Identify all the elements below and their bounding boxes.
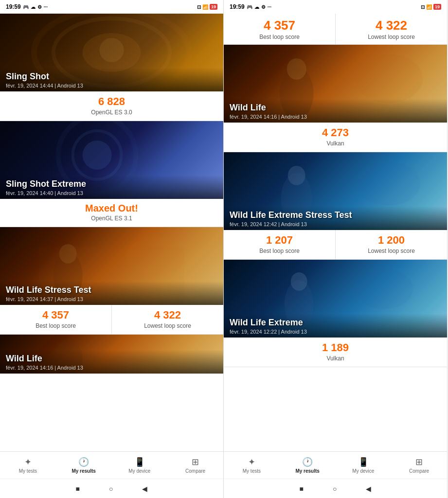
- sys-nav-right: ■ ○ ◀: [224, 479, 447, 498]
- sling-shot-ext-score-cell: Maxed Out! OpenGL ES 3.1: [0, 199, 223, 227]
- sling-shot-ext-meta: févr. 19, 2024 14:40 | Android 13: [6, 190, 217, 196]
- wild-life-ext-stress-score2-cell: 1 200 Lowest loop score: [336, 230, 447, 259]
- wild-life-ext-stress-score-row: 1 207 Best loop score 1 200 Lowest loop …: [224, 230, 447, 259]
- nav-compare-left[interactable]: ⊞ Compare: [167, 455, 223, 476]
- sys-nav-left: ■ ○ ◀: [0, 479, 223, 498]
- status-bar-left: 19:59 🎮 ☁ ⚙ ··· ⊡ 📶 19: [0, 0, 223, 14]
- my-results-label-right: My results: [295, 468, 319, 474]
- wild-life-ext-stress-score2: 1 200: [338, 234, 445, 247]
- sling-shot-overlay: Sling Shot févr. 19, 2024 14:44 | Androi…: [0, 68, 223, 91]
- wild-life-stress-meta: févr. 19, 2024 14:37 | Android 13: [6, 296, 217, 302]
- compare-icon-left: ⊞: [192, 457, 199, 467]
- my-results-icon-right: 🕐: [302, 457, 313, 467]
- partial-overlay: Wild Life févr. 19, 2024 14:16 | Android…: [0, 350, 223, 374]
- top-score2: 4 322: [338, 18, 445, 33]
- wild-life-r-meta: févr. 19, 2024 14:16 | Android 13: [230, 114, 441, 120]
- wild-life-stress-overlay: Wild Life Stress Test févr. 19, 2024 14:…: [0, 281, 223, 305]
- nav-my-results-right[interactable]: 🕐 My results: [280, 455, 336, 476]
- stop-btn-right[interactable]: ■: [300, 485, 304, 493]
- top-score1: 4 357: [226, 18, 333, 33]
- wild-life-ext-stress-overlay: Wild Life Extreme Stress Test févr. 19, …: [224, 206, 447, 230]
- sling-shot-card: Sling Shot févr. 19, 2024 14:44 | Androi…: [0, 14, 223, 121]
- wild-life-stress-banner[interactable]: Wild Life Stress Test févr. 19, 2024 14:…: [0, 227, 223, 305]
- game-icon: 🎮: [23, 4, 29, 10]
- bottom-nav-left: ✦ My tests 🕐 My results 📱 My device ⊞ Co…: [0, 451, 223, 479]
- nav-my-tests-right[interactable]: ✦ My tests: [224, 455, 280, 476]
- top-score-cell1: 4 357 Best loop score: [224, 14, 336, 44]
- wild-life-r-banner[interactable]: Wild Life févr. 19, 2024 14:16 | Android…: [224, 45, 447, 123]
- cloud-icon: ☁: [31, 4, 36, 10]
- more-icon-left: ···: [44, 4, 48, 10]
- status-left: 19:59 🎮 ☁ ⚙ ···: [6, 3, 48, 10]
- sling-shot-ext-banner[interactable]: Sling Shot Extreme févr. 19, 2024 14:40 …: [0, 121, 223, 199]
- wild-life-stress-score-row: 4 357 Best loop score 4 322 Lowest loop …: [0, 305, 223, 334]
- wifi-icon-right: 📶: [426, 4, 432, 10]
- right-phone-panel: 19:59 🎮 ☁ ⚙ ··· ⊡ 📶 19 4 357 Best loop s…: [224, 0, 448, 498]
- wild-life-r-score-row: 4 273 Vulkan: [224, 123, 447, 152]
- wild-life-r-score-cell: 4 273 Vulkan: [224, 123, 447, 152]
- settings-icon-right: ⚙: [261, 4, 266, 10]
- screen-record-icon: ⊡: [197, 4, 201, 10]
- partial-banner[interactable]: Wild Life févr. 19, 2024 14:16 | Android…: [0, 335, 223, 374]
- sling-shot-extreme-card: Sling Shot Extreme févr. 19, 2024 14:40 …: [0, 121, 223, 227]
- my-device-icon-right: 📱: [358, 457, 369, 467]
- wild-life-ext-title: Wild Life Extreme: [230, 318, 441, 328]
- time-left: 19:59: [6, 3, 21, 10]
- sling-shot-ext-label: OpenGL ES 3.1: [2, 215, 221, 222]
- wild-life-ext-stress-card: Wild Life Extreme Stress Test févr. 19, …: [224, 152, 447, 260]
- content-area-right[interactable]: Wild Life févr. 19, 2024 14:16 | Android…: [224, 45, 447, 451]
- wild-life-ext-stress-label2: Lowest loop score: [338, 248, 445, 254]
- sling-shot-banner[interactable]: Sling Shot févr. 19, 2024 14:44 | Androi…: [0, 14, 223, 91]
- wild-life-ext-stress-score1-cell: 1 207 Best loop score: [224, 230, 336, 259]
- more-icon-right: ···: [268, 4, 271, 10]
- wild-life-ext-stress-banner[interactable]: Wild Life Extreme Stress Test févr. 19, …: [224, 152, 447, 230]
- sling-shot-label: OpenGL ES 3.0: [2, 109, 221, 116]
- wild-life-ext-stress-label1: Best loop score: [226, 248, 333, 254]
- wild-life-ext-stress-title: Wild Life Extreme Stress Test: [230, 210, 441, 220]
- sling-shot-ext-score: Maxed Out!: [2, 203, 221, 214]
- nav-compare-right[interactable]: ⊞ Compare: [391, 455, 447, 476]
- battery-badge-left: 19: [210, 4, 217, 10]
- wild-life-ext-score-cell: 1 189 Vulkan: [224, 338, 447, 367]
- stop-btn-left[interactable]: ■: [76, 485, 80, 493]
- home-btn-left[interactable]: ○: [109, 485, 113, 493]
- status-left-right: 19:59 🎮 ☁ ⚙ ···: [230, 3, 271, 10]
- compare-label-left: Compare: [185, 468, 205, 474]
- top-score-header: 4 357 Best loop score 4 322 Lowest loop …: [224, 14, 447, 45]
- wild-life-stress-label1: Best loop score: [2, 322, 109, 329]
- my-results-icon-left: 🕐: [78, 457, 89, 467]
- wild-life-stress-score1-cell: 4 357 Best loop score: [0, 305, 112, 334]
- wild-life-stress-score2-cell: 4 322 Lowest loop score: [112, 305, 223, 334]
- status-right-left: ⊡ 📶 19: [197, 4, 217, 10]
- nav-my-results-left[interactable]: 🕐 My results: [56, 455, 112, 476]
- nav-my-tests-left[interactable]: ✦ My tests: [0, 455, 56, 476]
- back-btn-right[interactable]: ◀: [366, 485, 371, 493]
- nav-my-device-left[interactable]: 📱 My device: [112, 455, 168, 476]
- wild-life-r-label: Vulkan: [226, 140, 445, 147]
- wild-life-ext-score-row: 1 189 Vulkan: [224, 338, 447, 367]
- content-area-left[interactable]: Sling Shot févr. 19, 2024 14:44 | Androi…: [0, 14, 223, 451]
- sling-shot-title: Sling Shot: [6, 71, 217, 82]
- my-tests-label-left: My tests: [19, 468, 37, 474]
- status-right-right: ⊡ 📶 19: [421, 4, 441, 10]
- wild-life-ext-overlay: Wild Life Extreme févr. 19, 2024 12:22 |…: [224, 314, 447, 338]
- partial-meta: févr. 19, 2024 14:16 | Android 13: [6, 365, 217, 371]
- sling-shot-ext-title: Sling Shot Extreme: [6, 179, 217, 189]
- top-label1: Best loop score: [226, 34, 333, 40]
- left-phone-panel: 19:59 🎮 ☁ ⚙ ··· ⊡ 📶 19: [0, 0, 224, 498]
- wild-life-ext-banner[interactable]: Wild Life Extreme févr. 19, 2024 12:22 |…: [224, 260, 447, 338]
- sling-shot-ext-score-row: Maxed Out! OpenGL ES 3.1: [0, 199, 223, 227]
- back-btn-left[interactable]: ◀: [142, 485, 147, 493]
- my-tests-label-right: My tests: [243, 468, 261, 474]
- wild-life-r-overlay: Wild Life févr. 19, 2024 14:16 | Android…: [224, 99, 447, 123]
- status-bar-right: 19:59 🎮 ☁ ⚙ ··· ⊡ 📶 19: [224, 0, 447, 14]
- wild-life-r-score: 4 273: [226, 126, 445, 139]
- partial-title: Wild Life: [6, 354, 217, 364]
- wild-life-ext-meta: févr. 19, 2024 12:22 | Android 13: [230, 329, 441, 335]
- home-btn-right[interactable]: ○: [333, 485, 337, 493]
- nav-my-device-right[interactable]: 📱 My device: [336, 455, 392, 476]
- sling-shot-score: 6 828: [2, 95, 221, 108]
- partial-wild-life-card: Wild Life févr. 19, 2024 14:16 | Android…: [0, 335, 223, 374]
- sling-shot-meta: févr. 19, 2024 14:44 | Android 13: [6, 83, 217, 89]
- wild-life-stress-title: Wild Life Stress Test: [6, 285, 217, 295]
